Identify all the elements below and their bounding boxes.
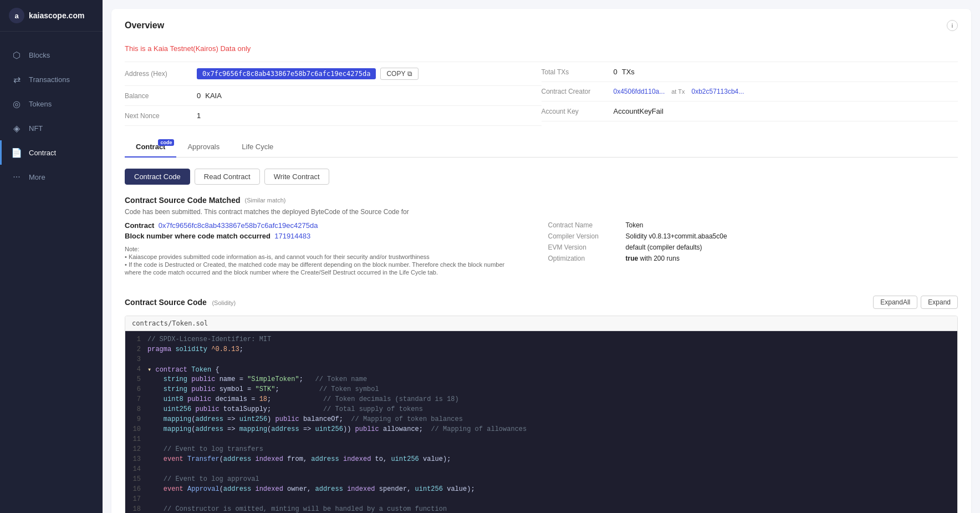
source-contract-address: Contract 0x7fc9656fc8c8ab433867e58b7c6af… [125,221,535,240]
source-code-title-area: Contract Source Code (Solidity) [125,298,236,307]
code-line: 11 [125,435,957,445]
balance-label: Balance [125,92,197,100]
main-content: Overview i This is a Kaia Testnet(Kairos… [103,0,980,513]
copy-icon: ⧉ [407,70,412,78]
tabs-header: Contract code Approvals Life Cycle [125,137,958,158]
sidebar-item-nft[interactable]: ◈ NFT [0,116,103,140]
blocks-icon: ⬡ [11,49,22,60]
sidebar-item-label: Contract [29,149,56,157]
source-code-title: Contract Source Code [125,298,207,307]
source-matched-header: Contract Source Code Matched (Similar ma… [125,196,958,205]
code-line: 18 // Constructor is omitted, minting wi… [125,505,957,513]
nonce-value: 1 [197,111,201,120]
sidebar-item-more[interactable]: ··· More [0,165,103,189]
code-container: contracts/Token.sol 1 // SPDX-License-Id… [125,316,958,513]
code-line: 9 mapping(address => uint256) public bal… [125,415,957,425]
read-contract-button[interactable]: Read Contract [195,169,260,185]
contract-source-info: Contract 0x7fc9656fc8c8ab433867e58b7c6af… [125,221,535,285]
logo-text: kaiascope.com [29,11,84,20]
code-line: 2 pragma solidity ^0.8.13; [125,346,957,355]
contract-info-cols: Contract 0x7fc9656fc8c8ab433867e58b7c6af… [125,221,958,285]
contract-creator-link[interactable]: 0x4506fdd110a... [614,88,665,95]
sidebar-item-label: Transactions [29,75,70,84]
info-left: Address (Hex) 0x7fc9656fc8c8ab433867e58b… [125,62,542,126]
transactions-icon: ⇄ [11,74,22,85]
at-tx-label: at Tx [671,88,685,95]
contract-name-label: Contract Name [548,221,626,229]
code-line: 1 // SPDX-License-Identifier: MIT [125,336,957,346]
account-key-label: Account Key [542,108,614,115]
source-matched-desc: Code has been submitted. This contract m… [125,208,958,216]
code-line: 7 uint8 public decimals = 18; // Token d… [125,395,957,405]
code-line: 4 ▾ contract Token { [125,365,957,375]
block-number-link[interactable]: 171914483 [274,232,310,240]
total-txs-label: Total TXs [542,68,614,76]
logo[interactable]: a kaiascope.com [0,0,103,32]
address-value: 0x7fc9656fc8c8ab433867e58b7c6afc19ec4275… [197,68,418,80]
contract-creator-value: 0x4506fdd110a... at Tx 0xb2c57113cb4... [614,88,744,95]
tokens-icon: ◎ [11,98,22,109]
copy-button[interactable]: COPY ⧉ [380,68,418,80]
tab-lifecycle[interactable]: Life Cycle [231,137,284,158]
contract-address-link[interactable]: 0x7fc9656fc8c8ab433867e58b7c6afc19ec4275… [159,221,318,230]
contract-icon: 📄 [11,147,22,158]
contract-creator-tx-link[interactable]: 0xb2c57113cb4... [692,88,744,95]
total-txs-row: Total TXs 0 TXs [542,62,958,82]
sidebar-item-label: More [29,173,45,181]
code-line: 5 string public name = "SimpleToken"; //… [125,375,957,385]
address-label: Address (Hex) [125,70,197,78]
optimization-label: Optimization [548,255,626,262]
sidebar-item-label: Tokens [29,100,52,108]
tab-approvals[interactable]: Approvals [176,137,231,158]
compiler-version-value: Solidity v0.8.13+commit.abaa5c0e [626,232,727,240]
note-section: Note: • Kaiascope provides submitted cod… [125,246,535,276]
code-line: 3 [125,355,957,365]
sidebar-item-blocks[interactable]: ⬡ Blocks [0,43,103,67]
contract-code-button[interactable]: Contract Code [125,169,190,185]
tabs-section: Contract code Approvals Life Cycle Contr… [125,137,958,513]
sidebar: a kaiascope.com ⬡ Blocks ⇄ Transactions … [0,0,103,513]
code-line: 16 event Approval(address indexed owner,… [125,485,957,495]
similar-match: (Similar match) [244,197,285,204]
contract-tab-badge: code [158,139,174,146]
contract-buttons: Contract Code Read Contract Write Contra… [125,169,958,185]
account-key-row: Account Key AccountKeyFail [542,101,958,121]
expand-all-button[interactable]: ExpandAll [873,296,917,309]
contract-meta: Contract Name Token Compiler Version Sol… [548,221,958,285]
code-line: 14 [125,465,957,475]
code-filename: contracts/Token.sol [125,316,957,331]
more-icon: ··· [11,171,22,182]
address-row: Address (Hex) 0x7fc9656fc8c8ab433867e58b… [125,62,542,86]
total-txs-value: 0 TXs [614,68,635,76]
code-line: 13 event Transfer(address indexed from, … [125,455,957,465]
content-area: Overview i This is a Kaia Testnet(Kairos… [111,9,971,513]
source-code-header: Contract Source Code (Solidity) ExpandAl… [125,296,958,309]
code-line: 12 // Event to log transfers [125,445,957,455]
source-matched-title: Contract Source Code Matched [125,196,240,205]
account-key-value: AccountKeyFail [614,107,663,115]
balance-value: 0 KAIA [197,92,222,100]
contract-name-value: Token [626,221,644,229]
expand-button[interactable]: Expand [921,296,958,309]
info-icon[interactable]: i [947,20,958,31]
source-solidity-badge: (Solidity) [212,299,236,306]
compiler-version-item: Compiler Version Solidity v0.8.13+commit… [548,232,958,240]
optimization-item: Optimization true with 200 runs [548,255,958,262]
write-contract-button[interactable]: Write Contract [264,169,329,185]
evm-version-label: EVM Version [548,243,626,251]
address-box: 0x7fc9656fc8c8ab433867e58b7c6afc19ec4275… [197,68,376,79]
sidebar-item-transactions[interactable]: ⇄ Transactions [0,67,103,92]
sidebar-item-tokens[interactable]: ◎ Tokens [0,92,103,116]
nft-icon: ◈ [11,123,22,134]
evm-version-value: default (compiler defaults) [626,243,702,251]
contract-creator-label: Contract Creator [542,88,614,95]
code-line: 15 // Event to log approval [125,475,957,485]
tab-contract[interactable]: Contract code [125,137,176,158]
sidebar-item-contract[interactable]: 📄 Contract [0,140,103,165]
info-right: Total TXs 0 TXs Contract Creator 0x4506f… [542,62,958,126]
logo-icon: a [9,8,24,23]
overview-title: Overview [125,21,164,31]
nonce-row: Next Nonce 1 [125,106,542,126]
contract-name-item: Contract Name Token [548,221,958,229]
code-line: 6 string public symbol = "STK"; // Token… [125,385,957,395]
